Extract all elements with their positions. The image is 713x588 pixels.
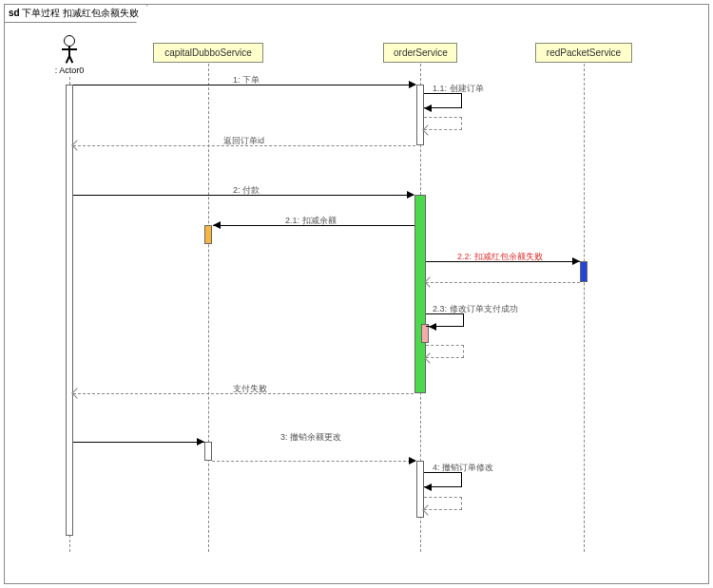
msg-4-label: 4: 撤销订单修改 [433, 462, 493, 474]
frame-title: sd 下单过程 扣减红包余额失败 [5, 5, 147, 23]
arrow-icon [197, 438, 204, 446]
arrow-icon [409, 457, 416, 465]
arrow-icon [424, 484, 432, 491]
msg-r1-label: 返回订单id [223, 135, 264, 147]
arrow-icon [429, 323, 436, 331]
activation-capital-2 [204, 442, 212, 461]
arrow-icon [572, 257, 580, 265]
arrow-icon [424, 104, 432, 112]
actor-icon-leg-r [68, 56, 73, 64]
participant-redpacket: redPacketService [535, 43, 632, 63]
msg-1-1-label: 1.1: 创建订单 [433, 83, 484, 95]
arrow-icon [213, 221, 221, 229]
activation-capital-orange [204, 225, 212, 244]
activation-redpacket-blue [580, 261, 588, 282]
msg-3-ext [212, 461, 415, 462]
actor-icon [64, 35, 75, 47]
arrow-icon [71, 140, 82, 150]
msg-2-2-return [426, 282, 580, 283]
participant-order: orderService [383, 43, 457, 63]
msg-r2-label: 支付失败 [233, 383, 267, 395]
sequence-diagram-frame: sd 下单过程 扣减红包余额失败 : Actor0 capitalDubboSe… [4, 4, 709, 584]
arrow-icon [424, 276, 434, 287]
msg-1-label: 1: 下单 [233, 74, 260, 86]
msg-2-2-label: 2.2: 扣减红包余额失败 [457, 251, 543, 263]
msg-2-3-label: 2.3: 修改订单支付成功 [433, 303, 518, 315]
activation-order-pink [421, 324, 429, 343]
msg-2-label: 2: 付款 [233, 184, 260, 197]
msg-2-1-label: 2.1: 扣减余额 [285, 215, 337, 227]
activation-actor [66, 85, 73, 536]
activation-order-green [414, 195, 426, 393]
msg-3 [73, 442, 204, 443]
lifeline-capital [208, 64, 209, 552]
activation-order-1 [416, 85, 424, 145]
msg-3-label: 3: 撤销余额更改 [280, 431, 341, 444]
actor-icon-arms [62, 48, 77, 50]
participant-capital: capitalDubboService [153, 43, 263, 63]
arrow-icon [407, 191, 414, 199]
actor-label: : Actor0 [50, 66, 88, 75]
arrow-icon [71, 388, 82, 398]
arrow-icon [409, 81, 416, 88]
lifeline-redpacket [584, 64, 585, 552]
